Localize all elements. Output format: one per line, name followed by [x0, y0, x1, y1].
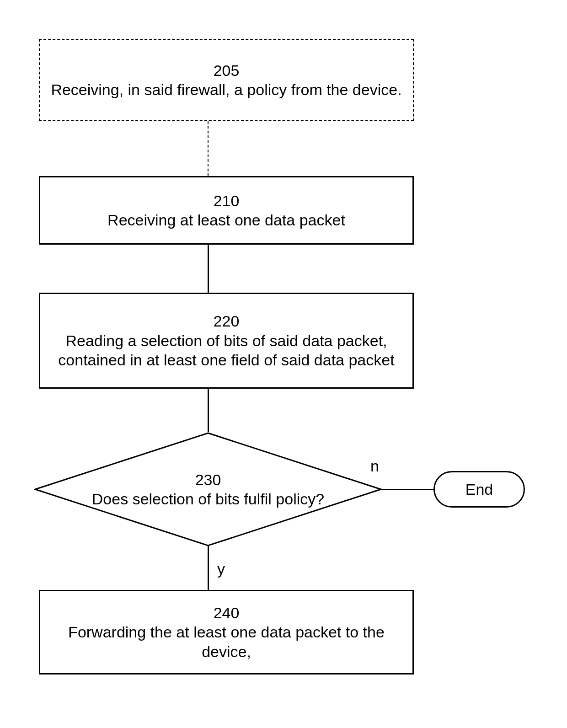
step-205-number: 205: [214, 61, 240, 80]
step-210-text: Receiving at least one data packet: [107, 210, 345, 230]
step-240-text: Forwarding the at least one data packet …: [49, 622, 403, 661]
step-220-text: Reading a selection of bits of said data…: [49, 331, 403, 370]
connector-230-240: [208, 546, 209, 590]
step-210: 210 Receiving at least one data packet: [39, 176, 414, 245]
terminator-end-text: End: [465, 481, 493, 498]
branch-no-label: n: [370, 457, 379, 475]
step-240-number: 240: [214, 603, 240, 623]
step-220-number: 220: [214, 311, 240, 331]
step-205-text: Receiving, in said firewall, a policy fr…: [51, 80, 401, 100]
connector-210-220: [208, 245, 209, 293]
step-210-number: 210: [214, 191, 240, 211]
decision-230-label: 230 Does selection of bits fulfil policy…: [34, 432, 382, 546]
step-205: 205 Receiving, in said firewall, a polic…: [39, 39, 414, 121]
terminator-end: End: [433, 471, 525, 508]
decision-230: 230 Does selection of bits fulfil policy…: [34, 432, 382, 546]
connector-230-end: [381, 489, 433, 490]
decision-230-text: Does selection of bits fulfil policy?: [92, 489, 324, 509]
connector-205-210: [208, 121, 209, 176]
step-240: 240 Forwarding the at least one data pac…: [39, 590, 414, 674]
connector-220-230: [208, 389, 209, 432]
step-220: 220 Reading a selection of bits of said …: [39, 293, 414, 389]
decision-230-number: 230: [195, 470, 221, 490]
branch-yes-label: y: [217, 560, 225, 578]
